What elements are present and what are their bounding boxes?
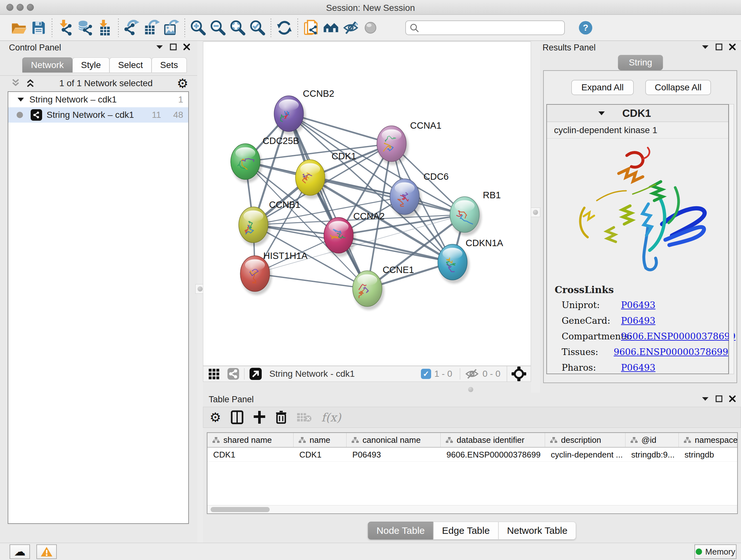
network-canvas[interactable]: CCNB2CCNA1CDC25BCDK1CDC6RB1CCNB1CCNA2CDK… bbox=[203, 42, 531, 366]
edge-count: 48 bbox=[173, 110, 183, 120]
memory-button[interactable]: Memory bbox=[694, 544, 737, 559]
crosslink-link[interactable]: P06493 bbox=[621, 300, 656, 310]
crosslink-link[interactable]: P06493 bbox=[621, 362, 656, 373]
tab-sets[interactable]: Sets bbox=[151, 57, 187, 72]
zoom-out-button[interactable] bbox=[208, 18, 228, 38]
show-graphics-button[interactable] bbox=[360, 18, 381, 38]
network-node-CCNA2[interactable]: CCNA2 bbox=[324, 211, 385, 257]
table-cell[interactable]: P06493 bbox=[347, 448, 441, 461]
column-header-description[interactable]: description bbox=[545, 433, 625, 447]
tab-edge-table[interactable]: Edge Table bbox=[433, 522, 498, 540]
string-home-button[interactable] bbox=[321, 18, 341, 38]
crosslink-row: Tissues:9606.ENSP00000378699 bbox=[555, 347, 728, 357]
string-import-button[interactable] bbox=[301, 18, 321, 38]
column-header-database-identifier[interactable]: database identifier bbox=[441, 433, 545, 447]
results-menu-icon[interactable] bbox=[701, 44, 709, 50]
column-header-canonical-name[interactable]: canonical name bbox=[347, 433, 441, 447]
node-label: CCNB1 bbox=[269, 199, 300, 210]
crosslink-label: Pharos: bbox=[562, 362, 621, 373]
table-cell[interactable]: CDK1 bbox=[207, 448, 293, 461]
network-node-CCNA1[interactable]: CCNA1 bbox=[377, 120, 441, 165]
results-close-icon[interactable] bbox=[729, 44, 736, 51]
cytoscape-window: Session: New Session ? Control Panel Net… bbox=[0, 0, 741, 560]
create-column-icon[interactable] bbox=[253, 410, 266, 424]
hide-unhide-button[interactable] bbox=[341, 18, 360, 38]
tab-style[interactable]: Style bbox=[72, 57, 110, 72]
network-collection-row[interactable]: String Network – cdk1 1 bbox=[8, 92, 188, 107]
table-cell[interactable]: CDK1 bbox=[293, 448, 347, 461]
table-row[interactable]: CDK1CDK1P064939606.ENSP00000378699cyclin… bbox=[207, 448, 737, 462]
show-columns-icon[interactable] bbox=[231, 410, 244, 424]
table-menu-icon[interactable] bbox=[701, 396, 709, 401]
table-gear-icon[interactable]: ⚙ bbox=[210, 410, 221, 425]
open-in-new-window-icon[interactable] bbox=[249, 367, 262, 381]
table-float-icon[interactable] bbox=[716, 395, 723, 402]
results-tab-string[interactable]: String bbox=[618, 55, 663, 70]
network-row[interactable]: String Network – cdk1 11 48 bbox=[8, 107, 188, 123]
column-header--id[interactable]: @id bbox=[625, 433, 679, 447]
network-node-RB1[interactable]: RB1 bbox=[450, 190, 501, 236]
tab-node-table[interactable]: Node Table bbox=[368, 522, 433, 540]
crosslink-link[interactable]: 9606.ENSP00000378699 bbox=[621, 331, 736, 341]
window-title: Session: New Session bbox=[0, 3, 741, 13]
save-session-button[interactable] bbox=[29, 18, 49, 38]
import-network-database-button[interactable] bbox=[75, 18, 95, 38]
import-table-button[interactable] bbox=[95, 18, 115, 38]
crosslink-link[interactable]: 9606.ENSP00000378699 bbox=[614, 347, 728, 357]
import-network-file-button[interactable] bbox=[56, 18, 75, 38]
table-hscroll-thumb[interactable] bbox=[211, 507, 270, 512]
table-close-icon[interactable] bbox=[729, 395, 736, 402]
delete-column-icon[interactable] bbox=[275, 410, 287, 424]
warnings-button[interactable] bbox=[37, 544, 57, 559]
function-builder-icon[interactable]: f(x) bbox=[321, 411, 341, 424]
delete-table-icon[interactable] bbox=[296, 412, 312, 423]
update-button[interactable] bbox=[274, 18, 294, 38]
column-header-shared-name[interactable]: shared name bbox=[207, 433, 293, 447]
export-image-button[interactable] bbox=[161, 18, 181, 38]
table-cell[interactable]: 9606.ENSP00000378699 bbox=[441, 448, 545, 461]
search-input[interactable] bbox=[405, 20, 565, 35]
network-node-CDKN1A[interactable]: CDKN1A bbox=[438, 238, 503, 284]
panel-menu-icon[interactable] bbox=[156, 44, 163, 50]
node-table[interactable]: shared namenamecanonical namedatabase id… bbox=[207, 432, 738, 514]
table-cell[interactable]: cyclin-dependent ... bbox=[545, 448, 625, 461]
close-panel-icon[interactable] bbox=[183, 44, 190, 51]
network-node-CCNE1[interactable]: CCNE1 bbox=[353, 265, 414, 310]
table-cell[interactable]: stringdb bbox=[679, 448, 738, 461]
open-session-button[interactable] bbox=[9, 18, 29, 38]
zoom-in-button[interactable] bbox=[188, 18, 208, 38]
network-options-gear-icon[interactable]: ⚙ bbox=[177, 76, 188, 91]
zoom-selected-button[interactable] bbox=[248, 18, 267, 38]
collapse-all-button[interactable]: Collapse All bbox=[645, 80, 711, 95]
left-splitter[interactable] bbox=[197, 41, 203, 543]
help-button[interactable]: ? bbox=[578, 20, 593, 35]
pan-crosshair-icon[interactable] bbox=[512, 367, 526, 381]
tab-network[interactable]: Network bbox=[22, 57, 72, 72]
collapse-all-networks-icon[interactable] bbox=[11, 78, 20, 88]
expand-all-networks-icon[interactable] bbox=[25, 78, 35, 88]
birds-eye-view-icon[interactable] bbox=[208, 368, 221, 379]
toolbar-separator bbox=[52, 18, 52, 37]
table-cell[interactable]: stringdb:9... bbox=[625, 448, 679, 461]
tab-select[interactable]: Select bbox=[110, 57, 151, 72]
table-hscrollbar[interactable] bbox=[207, 505, 737, 513]
column-header-namespace[interactable]: namespace bbox=[679, 433, 738, 447]
right-splitter[interactable] bbox=[531, 41, 540, 393]
gene-expander-icon[interactable] bbox=[598, 111, 605, 116]
crosslink-link[interactable]: P06493 bbox=[621, 315, 656, 326]
selected-checkbox-icon[interactable]: ✓ bbox=[421, 369, 431, 379]
results-scrollbar[interactable] bbox=[729, 104, 734, 374]
network-node-CDC6[interactable]: CDC6 bbox=[390, 172, 449, 218]
results-float-icon[interactable] bbox=[716, 44, 723, 51]
expand-all-button[interactable]: Expand All bbox=[571, 80, 634, 95]
zoom-fit-button[interactable] bbox=[228, 18, 248, 38]
export-network-button[interactable] bbox=[122, 18, 142, 38]
collection-expander-icon[interactable] bbox=[17, 97, 24, 102]
tab-network-table[interactable]: Network Table bbox=[498, 522, 576, 540]
network-node-HIST1H1A[interactable]: HIST1H1A bbox=[240, 251, 308, 295]
export-table-button[interactable] bbox=[142, 18, 161, 38]
cloud-status-button[interactable]: ☁ bbox=[10, 544, 30, 559]
network-edge[interactable] bbox=[289, 114, 367, 289]
column-header-name[interactable]: name bbox=[293, 433, 347, 447]
float-panel-icon[interactable] bbox=[170, 44, 177, 51]
